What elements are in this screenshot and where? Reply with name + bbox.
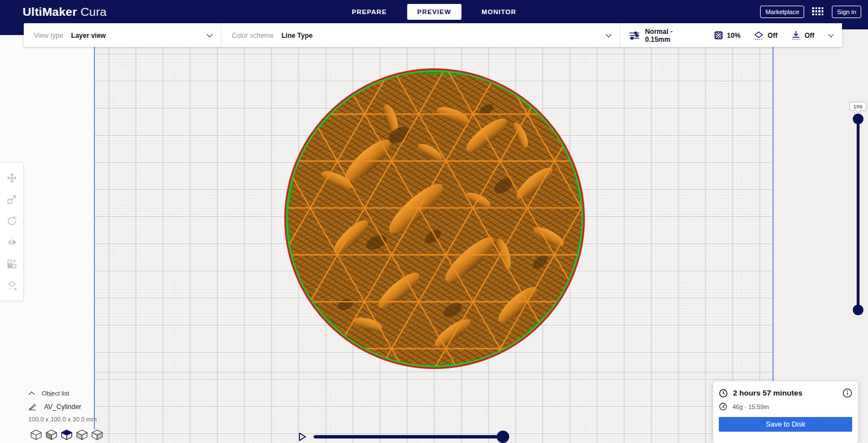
view-left-icon[interactable]	[75, 428, 88, 441]
object-name: AV_Cylinder	[44, 403, 81, 411]
play-icon[interactable]	[297, 431, 308, 442]
layer-slider-lower-handle[interactable]	[853, 305, 863, 315]
build-plate-front-edge	[95, 372, 772, 372]
print-settings-panel[interactable]: Normal - 0.15mm 10% Off	[620, 24, 842, 47]
layer-range-slider: 199	[848, 102, 868, 322]
support-value: Off	[767, 32, 777, 40]
chevron-down-icon	[828, 33, 834, 38]
move-tool-icon[interactable]	[5, 171, 19, 185]
print-profile-value: Normal - 0.15mm	[645, 28, 695, 44]
sliced-model[interactable]	[283, 67, 586, 370]
object-list-panel: Object list AV_Cylinder 100.0 x 100.0 x …	[28, 390, 136, 423]
view-top-icon[interactable]	[60, 428, 73, 441]
object-dimensions: 100.0 x 100.0 x 30.0 mm	[28, 416, 136, 423]
print-settings-sliders-icon	[630, 31, 639, 40]
top-bar: UltiMaker Cura PREPARE PREVIEW MONITOR M…	[0, 0, 868, 23]
object-list-item[interactable]: AV_Cylinder	[28, 403, 136, 411]
object-list-title: Object list	[42, 390, 69, 397]
clock-icon	[719, 389, 728, 398]
scale-tool-icon[interactable]	[5, 192, 19, 207]
view-type-label: View type	[34, 32, 63, 40]
view-type-dropdown[interactable]: View type Layer view	[24, 24, 221, 47]
support-blocker-icon[interactable]	[5, 278, 19, 293]
material-usage: 46g · 15.59m	[732, 403, 769, 410]
adhesion-setting: Off	[791, 31, 814, 40]
tab-prepare[interactable]: PREPARE	[342, 4, 397, 20]
view-type-value: Layer view	[71, 32, 106, 40]
app-logo: UltiMaker Cura	[23, 5, 107, 19]
support-setting: Off	[754, 31, 777, 40]
layer-number-badge: 199	[849, 102, 866, 111]
info-icon[interactable]	[843, 388, 852, 398]
adhesion-icon	[791, 31, 801, 40]
sign-in-button[interactable]: Sign in	[832, 6, 861, 18]
chevron-up-icon	[28, 391, 35, 396]
sliced-object-icon	[28, 403, 37, 411]
color-scheme-value: Line Type	[281, 32, 313, 40]
chevron-down-icon	[206, 33, 213, 38]
marketplace-button[interactable]: Marketplace	[760, 6, 804, 18]
material-gauge-icon	[719, 402, 727, 411]
header-extension-left	[0, 23, 24, 35]
preview-toolbar: View type Layer view Color scheme Line T…	[24, 24, 842, 47]
stage-menu: PREPARE PREVIEW MONITOR	[342, 0, 527, 23]
infill-setting: 10%	[714, 31, 740, 40]
brand-bold: UltiMaker	[23, 5, 77, 18]
adhesion-value: Off	[805, 32, 814, 40]
chevron-down-icon	[605, 33, 612, 38]
object-list-toggle[interactable]: Object list	[28, 390, 136, 397]
applications-grid-icon[interactable]	[812, 7, 824, 16]
brand-light: Cura	[80, 5, 106, 18]
camera-view-presets	[29, 428, 103, 441]
header-extension-right	[842, 23, 868, 29]
view-3d-icon[interactable]	[29, 428, 42, 441]
rotate-tool-icon[interactable]	[5, 214, 19, 228]
layer-slider-upper-handle[interactable]	[853, 114, 863, 124]
print-time: 2 hours 57 minutes	[733, 389, 802, 397]
tool-sidebar	[0, 162, 24, 301]
save-to-disk-button[interactable]: Save to Disk	[719, 417, 852, 432]
simulation-slider-handle[interactable]	[497, 431, 509, 443]
mirror-tool-icon[interactable]	[5, 235, 19, 250]
layer-slider-track[interactable]	[857, 119, 860, 310]
tab-monitor[interactable]: MONITOR	[471, 4, 526, 20]
infill-icon	[714, 31, 723, 40]
simulation-slider-track[interactable]	[314, 435, 505, 438]
view-right-icon[interactable]	[90, 428, 103, 441]
build-plate-right-edge	[772, 46, 774, 381]
support-icon	[754, 31, 763, 40]
simulation-bar	[297, 429, 523, 443]
per-model-settings-icon[interactable]	[5, 257, 19, 271]
tab-preview[interactable]: PREVIEW	[407, 4, 461, 20]
print-summary-panel: 2 hours 57 minutes 46g · 15.59m Save to …	[713, 381, 858, 443]
color-scheme-dropdown[interactable]: Color scheme Line Type	[221, 24, 620, 47]
view-front-icon[interactable]	[45, 428, 58, 441]
infill-value: 10%	[727, 32, 740, 40]
color-scheme-label: Color scheme	[232, 32, 274, 40]
